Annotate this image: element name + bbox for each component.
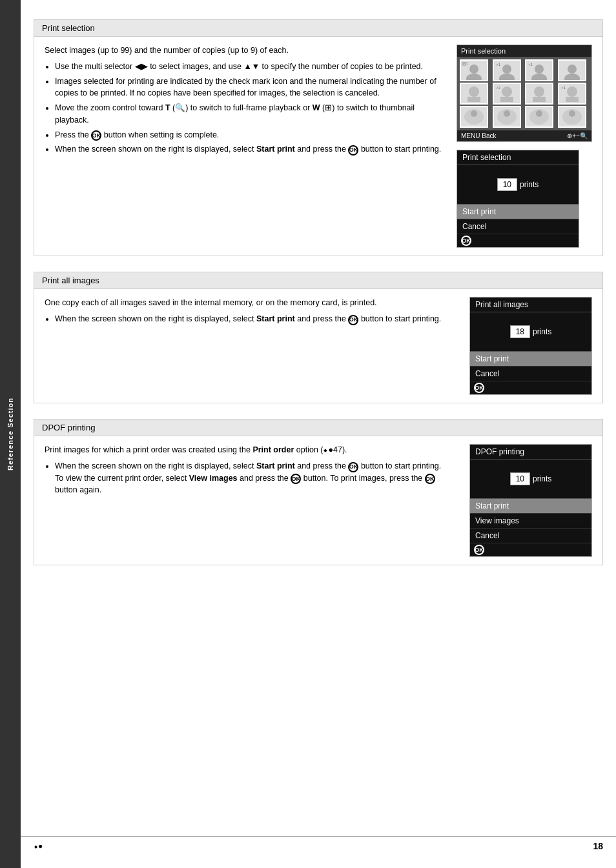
section-image-print-all: Print all images 18 prints Start print C…: [469, 297, 592, 395]
svg-point-14: [568, 65, 577, 74]
section-image-dpof: DPOF printing 10 prints Start print View…: [469, 444, 592, 557]
thumb-grid-footer-right: ⊕+−🔍: [567, 132, 588, 139]
svg-rect-25: [533, 97, 546, 102]
print-dialog-footer-3: OK: [470, 543, 591, 556]
thumb-img-1: ✓1: [461, 61, 487, 80]
bullet-3: Move the zoom control toward T (🔍) to sw…: [55, 102, 446, 126]
bullet-4: Press the OK button when setting is comp…: [55, 129, 446, 141]
print-unit-3: prints: [533, 474, 551, 483]
print-dialog-3: DPOF printing 10 prints Start print View…: [469, 444, 592, 557]
svg-text:✓1: ✓1: [463, 63, 467, 66]
svg-point-17: [469, 86, 479, 97]
print-dialog-item-view-3[interactable]: View images: [470, 514, 591, 529]
svg-text:✓1: ✓1: [496, 63, 500, 66]
ok-button-icon: OK: [91, 130, 101, 141]
ok-icon-dialog-1: OK: [461, 236, 471, 246]
thumb-img-10: [494, 107, 520, 126]
bullets-dpof: When the screen shown on the right is di…: [55, 460, 459, 496]
section-image-print-selection: Print selection ✓1: [457, 45, 592, 248]
svg-point-35: [504, 110, 510, 117]
sidebar-label: Reference Section: [6, 398, 14, 470]
thumb-cell-6: ✓2: [493, 83, 521, 105]
thumb-cell-4: [558, 59, 586, 81]
print-dialog-2: Print all images 18 prints Start print C…: [469, 297, 592, 395]
intro-dpof: Print images for which a print order was…: [45, 444, 459, 456]
thumb-img-2: ✓1: [494, 61, 520, 80]
print-dialog-title-1: Print selection: [457, 150, 579, 165]
print-unit-1: prints: [520, 180, 539, 189]
thumb-img-8: ✓1: [559, 84, 585, 103]
svg-point-20: [502, 86, 512, 97]
print-dialog-item-start-3[interactable]: Start print: [470, 499, 591, 514]
thumb-grid-title: Print selection: [457, 45, 591, 57]
section-text-dpof: Print images for which a print order was…: [45, 444, 459, 557]
thumb-img-9: [461, 107, 487, 126]
bullet-2: Images selected for printing are indicat…: [55, 76, 446, 100]
print-dialog-footer-2: OK: [470, 381, 591, 394]
svg-point-32: [471, 110, 477, 117]
thumb-img-12: [559, 107, 585, 126]
print-count-1: 10: [497, 178, 517, 191]
thumb-img-3: ✓1: [526, 61, 552, 80]
intro-print-all: One copy each of all images saved in the…: [45, 297, 459, 309]
thumb-cell-7: [525, 83, 553, 105]
print-dialog-body-1: 10 prints: [457, 165, 579, 204]
thumb-img-7: [526, 84, 552, 103]
main-content: Print selection Select images (up to 99)…: [21, 13, 616, 836]
section-print-selection: Print selection Select images (up to 99)…: [34, 19, 603, 256]
print-dialog-item-start-2[interactable]: Start print: [470, 352, 591, 367]
bottom-bar: ⬥● 18: [0, 836, 616, 855]
thumb-cell-9: [460, 106, 488, 128]
bullets-print-selection: Use the multi selector ◀▶ to select imag…: [55, 61, 446, 156]
print-count-3: 10: [510, 472, 530, 485]
svg-text:✓2: ✓2: [496, 86, 500, 90]
thumb-cell-12: [558, 106, 586, 128]
bullet-all-1: When the screen shown on the right is di…: [55, 313, 459, 325]
page-number: 18: [593, 841, 603, 851]
section-header-print-selection: Print selection: [34, 20, 602, 37]
print-dialog-item-cancel-1[interactable]: Cancel: [457, 219, 579, 234]
svg-point-27: [567, 86, 577, 97]
print-count-2: 18: [510, 325, 530, 338]
page: Reference Section Print selection Select…: [0, 0, 616, 868]
section-body-print-selection: Select images (up to 99) and the number …: [34, 37, 602, 256]
print-dialog-menu-2: Start print Cancel: [470, 351, 591, 381]
ok-button-icon-dpof-2: OK: [291, 474, 301, 484]
page-icon: ⬥●: [34, 842, 43, 851]
sidebar: Reference Section: [0, 0, 21, 868]
thumb-cell-2: ✓1: [493, 59, 521, 81]
print-dialog-menu-3: Start print View images Cancel: [470, 498, 591, 543]
print-unit-2: prints: [533, 327, 551, 336]
thumb-grid: Print selection ✓1: [457, 45, 592, 142]
ok-button-icon-dpof: OK: [348, 462, 358, 472]
bullet-dpof-1: When the screen shown on the right is di…: [55, 460, 459, 496]
arrow-ud-icon: ▲▼: [243, 62, 260, 71]
print-dialog-1: Print selection 10 prints Start print Ca…: [457, 150, 579, 248]
intro-print-selection: Select images (up to 99) and the number …: [45, 45, 446, 57]
bullet-1: Use the multi selector ◀▶ to select imag…: [55, 61, 446, 73]
section-text-print-selection: Select images (up to 99) and the number …: [45, 45, 446, 248]
thumb-img-4: [559, 61, 585, 80]
print-dialog-footer-1: OK: [457, 234, 579, 247]
thumb-img-11: [526, 107, 552, 126]
svg-rect-21: [500, 97, 513, 102]
svg-rect-28: [566, 97, 579, 102]
svg-point-6: [502, 65, 511, 74]
svg-point-1: [469, 65, 478, 74]
thumb-grid-cells: ✓1 ✓1: [457, 57, 591, 130]
thumb-cell-1: ✓1: [460, 59, 488, 81]
svg-text:✓1: ✓1: [528, 63, 533, 66]
section-header-print-all: Print all images: [34, 272, 602, 289]
section-body-dpof: Print images for which a print order was…: [34, 436, 602, 565]
bullet-5: When the screen shown on the right is di…: [55, 143, 446, 156]
ok-button-icon-2: OK: [348, 145, 358, 156]
thumb-cell-11: [525, 106, 553, 128]
print-dialog-item-cancel-2[interactable]: Cancel: [470, 367, 591, 381]
thumb-img-5: [461, 84, 487, 103]
print-dialog-title-2: Print all images: [470, 298, 591, 312]
print-dialog-item-cancel-3[interactable]: Cancel: [470, 529, 591, 543]
print-dialog-item-start-1[interactable]: Start print: [457, 205, 579, 219]
ok-icon-dialog-2: OK: [474, 383, 484, 393]
section-text-print-all: One copy each of all images saved in the…: [45, 297, 459, 395]
thumb-cell-5: [460, 83, 488, 105]
